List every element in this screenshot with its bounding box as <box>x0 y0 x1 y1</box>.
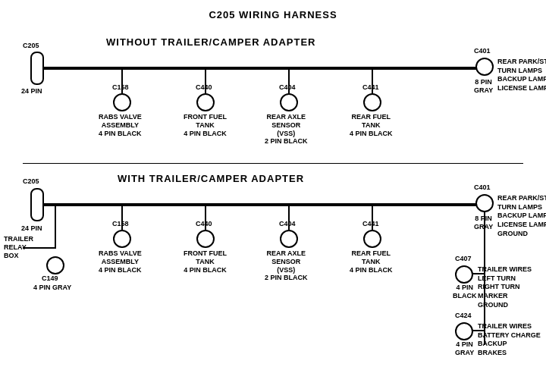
section1-title: WITHOUT TRAILER/CAMPER ADAPTER <box>106 36 316 48</box>
c149-circle <box>46 256 64 274</box>
divider <box>23 163 523 164</box>
c404-s2-label: C404 <box>279 220 296 228</box>
c424-sublabel: TRAILER WIRESBATTERY CHARGEBACKUPBRAKES <box>478 322 541 358</box>
c407-label: C407 <box>455 255 472 263</box>
c401-s1-pinlabel: 8 PINGRAY <box>474 78 493 95</box>
main-hline-s1 <box>42 67 489 70</box>
c440-s1-circle <box>196 93 215 111</box>
c404-s1-circle <box>280 93 298 111</box>
main-hline-s2 <box>42 203 489 206</box>
c441-s1-label: C441 <box>362 83 379 92</box>
c401-s1-label: C401 <box>474 47 491 55</box>
c404-s1-sublabel: REAR AXLESENSOR(VSS)2 PIN BLACK <box>265 113 308 146</box>
c158-s2-circle <box>113 230 131 248</box>
page-title: C205 WIRING HARNESS <box>0 5 546 20</box>
c205-s1-rect <box>30 52 44 85</box>
c205-s2-rect <box>30 188 44 221</box>
c205-s2-label: C205 <box>23 177 39 186</box>
c407-pinlabel: 4 PINBLACK <box>453 284 477 300</box>
c440-s2-label: C440 <box>196 220 212 228</box>
c424-label: C424 <box>455 312 472 320</box>
c424-pinlabel: 4 PINGRAY <box>455 340 474 357</box>
section2-title: WITH TRAILER/CAMPER ADAPTER <box>118 173 304 184</box>
c205-s2-sublabel: 24 PIN <box>21 224 42 233</box>
c158-s1-circle <box>113 93 131 111</box>
c158-s1-label: C158 <box>112 83 129 92</box>
c401-s2-sublabel: REAR PARK/STOPTURN LAMPSBACKUP LAMPSLICE… <box>497 194 546 238</box>
c401-s2-label: C401 <box>474 183 491 192</box>
c441-s1-circle <box>363 93 381 111</box>
c441-s2-label: C441 <box>362 220 379 228</box>
diagram-area: C205 WIRING HARNESS WITHOUT TRAILER/CAMP… <box>0 0 546 372</box>
c158-s1-sublabel: RABS VALVEASSEMBLY4 PIN BLACK <box>99 113 142 137</box>
c404-s2-sublabel: REAR AXLESENSOR(VSS)2 PIN BLACK <box>265 249 308 282</box>
c404-s1-label: C404 <box>279 83 296 92</box>
c407-circle <box>455 265 473 284</box>
c440-s2-circle <box>196 230 215 248</box>
c401-s1-circle <box>475 58 494 76</box>
c440-s2-sublabel: FRONT FUELTANK4 PIN BLACK <box>184 249 227 274</box>
c441-s2-sublabel: REAR FUELTANK4 PIN BLACK <box>350 249 393 274</box>
c205-s1-label: C205 <box>23 42 39 50</box>
c401-s2-circle <box>475 194 494 212</box>
c441-s2-circle <box>363 230 381 248</box>
c149-sublabel: 4 PIN GRAY <box>33 284 71 292</box>
c424-circle <box>455 322 473 340</box>
c158-s2-sublabel: RABS VALVEASSEMBLY4 PIN BLACK <box>99 249 142 274</box>
c407-sublabel: TRAILER WIRESLEFT TURNRIGHT TURNMARKERGR… <box>478 265 532 309</box>
trailer-relay-label: TRAILERRELAYBOX <box>4 235 33 259</box>
c440-s1-sublabel: FRONT FUELTANK4 PIN BLACK <box>184 113 227 137</box>
c404-s2-circle <box>280 230 298 248</box>
c158-s2-label: C158 <box>112 220 129 228</box>
c440-s1-label: C440 <box>196 83 212 92</box>
vline-c149 <box>55 203 56 249</box>
c149-label: C149 <box>42 274 58 283</box>
c441-s1-sublabel: REAR FUELTANK4 PIN BLACK <box>350 113 393 137</box>
c205-s1-sublabel: 24 PIN <box>21 87 42 96</box>
c401-s1-sublabel: REAR PARK/STOPTURN LAMPSBACKUP LAMPSLICE… <box>497 58 546 93</box>
